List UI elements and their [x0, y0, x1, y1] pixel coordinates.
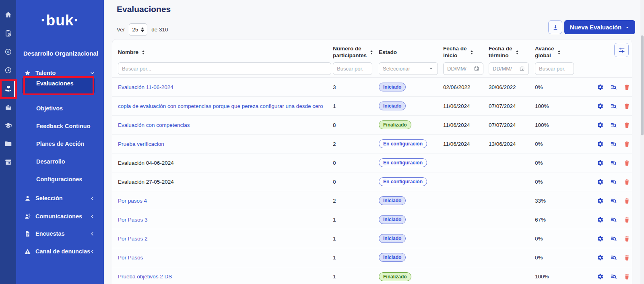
row-actions	[580, 122, 632, 129]
participants-count: 2	[333, 198, 379, 204]
sidebar-item-canal-de-denuncias[interactable]: Canal de denuncias	[16, 246, 104, 257]
list-search-icon[interactable]	[610, 254, 617, 261]
new-evaluation-label: Nueva Evaluación	[570, 24, 621, 31]
trash-icon[interactable]	[623, 178, 630, 185]
column-header-estado[interactable]: Estado	[379, 49, 443, 56]
trash-icon[interactable]	[623, 160, 630, 166]
list-search-icon[interactable]	[610, 84, 617, 91]
table-row: Evaluación con competencias 8 Finalizado…	[112, 116, 632, 135]
trash-icon[interactable]	[623, 84, 630, 91]
sort-icon[interactable]	[471, 50, 473, 54]
trash-icon[interactable]	[623, 103, 630, 110]
list-search-icon[interactable]	[610, 141, 617, 147]
trash-icon[interactable]	[623, 235, 630, 242]
gear-icon[interactable]	[597, 84, 604, 91]
trash-icon[interactable]	[623, 273, 630, 280]
evaluation-name-link[interactable]: Evaluación 11-06-2024	[118, 84, 333, 90]
list-search-icon[interactable]	[610, 178, 617, 185]
filter-participantes-input[interactable]	[333, 62, 372, 75]
sidebar-item-seleccion[interactable]: Selección	[16, 193, 104, 204]
status-badge: Iniciado	[379, 215, 406, 224]
filter-fecha-inicio-input[interactable]: DD/MM/	[443, 62, 483, 75]
sliders-icon	[618, 46, 625, 54]
scrollbar-track[interactable]	[640, 0, 644, 284]
gear-icon[interactable]	[597, 197, 604, 204]
evaluation-name-link[interactable]: Evaluación con competencias	[118, 122, 333, 128]
end-date: 13/06/2024	[489, 141, 535, 147]
sidebar-item-configuraciones[interactable]: Configuraciones	[36, 174, 82, 185]
gear-icon[interactable]	[597, 103, 604, 110]
caret-down-icon	[625, 25, 630, 30]
trash-icon[interactable]	[623, 122, 630, 129]
sidebar-item-objetivos[interactable]: Objetivos	[36, 103, 63, 114]
per-page-label: Ver	[117, 27, 125, 33]
clock-icon[interactable]	[0, 62, 16, 78]
graduation-cap-icon[interactable]	[0, 117, 16, 133]
list-search-icon[interactable]	[610, 103, 617, 110]
list-search-icon[interactable]	[610, 235, 617, 242]
table-row: Prueba objetivos 2 DS 1 Finalizado 100%	[112, 267, 632, 284]
list-search-icon[interactable]	[610, 216, 617, 223]
evaluation-name-link[interactable]: Prueba objetivos 2 DS	[118, 274, 333, 280]
folder-icon[interactable]	[0, 135, 16, 151]
sort-icon[interactable]	[558, 50, 560, 54]
start-date: 11/06/2024	[443, 103, 489, 109]
sort-icon[interactable]	[370, 50, 373, 54]
evaluation-name-link[interactable]: Evaluación 27-05-2024	[118, 179, 333, 185]
gear-icon[interactable]	[597, 273, 604, 280]
list-search-icon[interactable]	[610, 122, 617, 129]
column-header-avance[interactable]: Avanceglobal	[535, 46, 580, 59]
sidebar-item-planes-de-accion[interactable]: Planes de Acción	[36, 138, 85, 149]
gear-icon[interactable]	[597, 141, 604, 147]
filter-nombre-input[interactable]	[118, 62, 331, 75]
evaluation-name-link[interactable]: Por Pasos	[118, 255, 333, 261]
trash-icon[interactable]	[623, 216, 630, 223]
column-settings-button[interactable]	[614, 43, 629, 57]
filter-avance-input[interactable]	[535, 62, 574, 75]
home-icon[interactable]	[0, 6, 16, 23]
trash-icon[interactable]	[623, 141, 630, 147]
evaluation-name-link[interactable]: Por Pasos 2	[118, 236, 333, 242]
list-search-icon[interactable]	[610, 273, 617, 280]
progress-value: 33%	[535, 198, 580, 204]
gear-icon[interactable]	[597, 235, 604, 242]
gear-icon[interactable]	[597, 254, 604, 261]
column-header-fecha-termino[interactable]: Fecha detérmino	[489, 46, 535, 59]
column-header-fecha-inicio[interactable]: Fecha deinicio	[443, 46, 489, 59]
scrollbar-thumb[interactable]	[641, 35, 644, 135]
toolbox-icon[interactable]	[0, 99, 16, 115]
end-date: 30/06/2022	[489, 84, 535, 90]
table-row: Evaluación 04-06-2024 0 En configuración…	[112, 153, 632, 172]
filter-estado-select[interactable]: Seleccionar	[379, 62, 438, 75]
download-button[interactable]	[548, 20, 562, 34]
evaluation-name-link[interactable]: copia de evaluación con competencias por…	[118, 103, 333, 109]
gear-icon[interactable]	[597, 216, 604, 223]
gear-icon[interactable]	[597, 122, 604, 129]
sidebar-item-feedback-continuo[interactable]: Feedback Continuo	[36, 120, 91, 132]
evaluation-name-link[interactable]: Por Pasos 3	[118, 217, 333, 223]
trash-icon[interactable]	[623, 254, 630, 261]
sidebar-item-encuestas[interactable]: Encuestas	[16, 228, 104, 239]
new-evaluation-button[interactable]: Nueva Evaluación	[564, 20, 635, 34]
dollar-icon[interactable]: $	[0, 44, 16, 60]
gear-icon[interactable]	[597, 160, 604, 166]
sidebar-item-desarrollo[interactable]: Desarrollo	[36, 156, 65, 167]
evaluation-name-link[interactable]: Evaluación 04-06-2024	[118, 160, 333, 166]
list-search-icon[interactable]	[610, 197, 617, 204]
evaluation-name-link[interactable]: Por pasos 4	[118, 198, 333, 204]
per-page-select[interactable]: 25	[129, 23, 147, 36]
sort-icon[interactable]	[142, 50, 144, 54]
column-header-participantes[interactable]: Número departicipantes	[333, 46, 379, 59]
trash-icon[interactable]	[623, 197, 630, 204]
evaluation-name-link[interactable]: Prueba verificacion	[118, 141, 333, 147]
list-search-icon[interactable]	[610, 160, 617, 166]
clipboard-clock-icon[interactable]	[0, 25, 16, 41]
sort-icon[interactable]	[516, 50, 518, 54]
evaluations-table: Nombre Número departicipantes Estado Fec…	[112, 39, 632, 284]
filter-fecha-termino-input[interactable]: DD/MM/	[489, 62, 529, 75]
column-header-nombre[interactable]: Nombre	[118, 49, 333, 56]
storefront-icon[interactable]	[0, 154, 16, 170]
gear-icon[interactable]	[597, 178, 604, 185]
participants-count: 0	[333, 179, 379, 185]
sidebar-item-comunicaciones[interactable]: Comunicaciones	[16, 211, 104, 222]
